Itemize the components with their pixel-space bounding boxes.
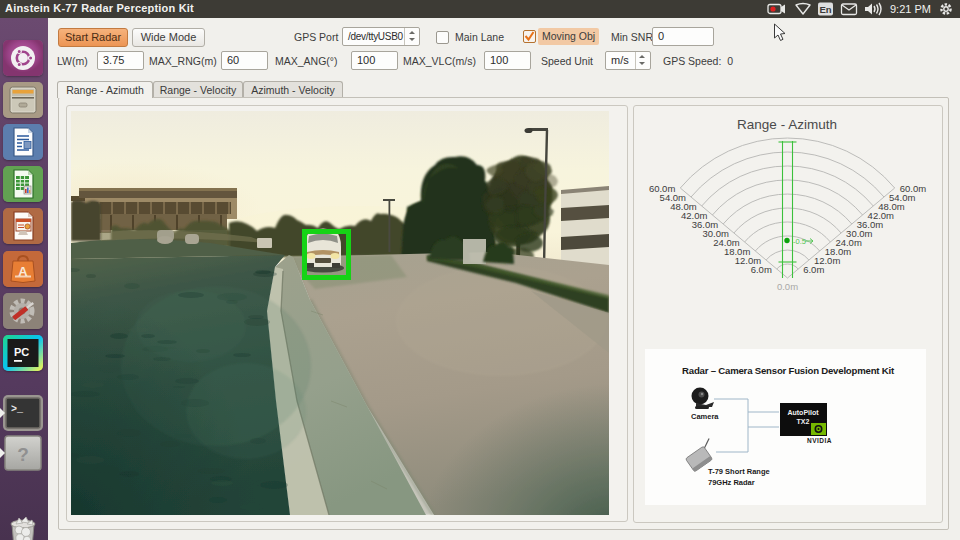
svg-text:79GHz Radar: 79GHz Radar [708, 478, 755, 487]
svg-text:TX2: TX2 [797, 418, 810, 425]
svg-text:NVIDIA: NVIDIA [807, 437, 832, 444]
svg-text:T-79 Short Range: T-79 Short Range [708, 467, 770, 476]
svg-text:60.0m: 60.0m [900, 183, 926, 194]
svg-text:AutoPilot: AutoPilot [787, 409, 819, 416]
svg-text:60.0m: 60.0m [649, 183, 675, 194]
svg-text:-0.5: -0.5 [793, 237, 806, 246]
svg-text:PC: PC [14, 346, 29, 358]
svg-text:En: En [819, 4, 831, 15]
svg-text:Range - Azimuth: Range - Azimuth [737, 117, 837, 132]
svg-text:9:21 PM: 9:21 PM [890, 3, 931, 15]
svg-text:?: ? [17, 444, 29, 465]
svg-text:Radar – Camera Sensor Fusion D: Radar – Camera Sensor Fusion Development… [682, 365, 895, 376]
svg-text:0.0m: 0.0m [777, 281, 798, 292]
svg-text:Camera: Camera [691, 412, 719, 421]
svg-text:>_: >_ [11, 404, 24, 415]
